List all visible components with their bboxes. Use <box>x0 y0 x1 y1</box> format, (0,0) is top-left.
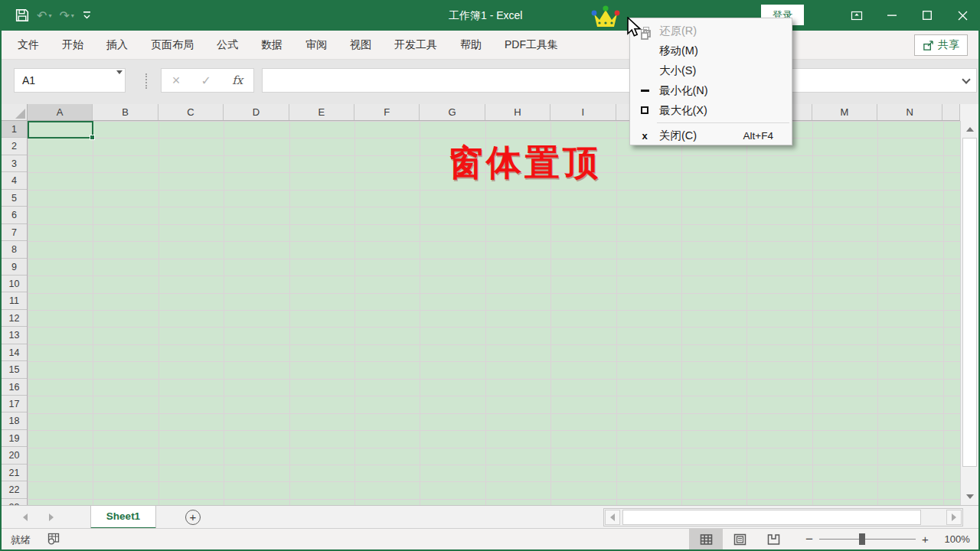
row-header[interactable]: 20 <box>2 447 27 464</box>
add-sheet-button[interactable]: + <box>185 510 201 525</box>
redo-button[interactable]: ↷▾ <box>59 8 74 23</box>
name-box-dropdown-icon[interactable] <box>116 70 122 74</box>
ribbon-tab[interactable]: 视图 <box>338 31 383 59</box>
menu-item-close[interactable]: x 关闭(C) Alt+F4 <box>630 126 792 145</box>
confirm-entry-icon[interactable]: ✓ <box>201 73 211 88</box>
scroll-up-arrow[interactable] <box>962 122 978 136</box>
row-header[interactable]: 12 <box>2 310 27 327</box>
row-header[interactable]: 3 <box>2 155 27 172</box>
row-header[interactable]: 6 <box>2 207 27 223</box>
column-header[interactable]: D <box>224 104 289 120</box>
zoom-slider-thumb[interactable] <box>859 533 865 545</box>
ribbon-tab[interactable]: 开发工具 <box>383 31 449 59</box>
row-header[interactable]: 18 <box>2 412 27 429</box>
ribbon-tab[interactable]: 插入 <box>95 31 139 59</box>
undo-button[interactable]: ↶▾ <box>37 8 51 23</box>
row-header[interactable]: 13 <box>2 327 27 344</box>
cancel-entry-icon[interactable]: × <box>172 73 181 89</box>
column-header[interactable]: M <box>812 104 877 120</box>
row-header[interactable]: 17 <box>2 396 27 412</box>
column-header[interactable]: E <box>289 104 354 120</box>
column-header[interactable]: B <box>93 104 158 120</box>
ribbon-tab[interactable]: 文件 <box>6 31 51 59</box>
ribbon-tab[interactable]: 开始 <box>51 31 95 59</box>
zoom-out-button[interactable]: − <box>799 532 819 547</box>
vertical-scrollbar[interactable] <box>960 121 978 505</box>
maximize-button[interactable] <box>910 0 945 31</box>
ribbon-display-options-button[interactable] <box>839 0 874 31</box>
scroll-right-arrow[interactable] <box>946 510 962 525</box>
scroll-left-arrow[interactable] <box>605 510 620 525</box>
save-icon[interactable] <box>15 8 29 22</box>
sheet-tab-sheet1[interactable]: Sheet1 <box>90 506 156 529</box>
ribbon-tab[interactable]: 公式 <box>205 31 250 59</box>
insert-function-icon[interactable]: fx <box>232 73 243 87</box>
formula-input[interactable] <box>262 68 977 93</box>
fill-handle[interactable] <box>90 135 95 140</box>
menu-item-size[interactable]: 大小(S) <box>630 60 792 80</box>
ribbon-tab[interactable]: 审阅 <box>294 31 338 59</box>
close-button[interactable] <box>945 0 980 31</box>
row-header[interactable]: 9 <box>2 259 27 276</box>
zoom-in-button[interactable]: + <box>916 533 935 546</box>
column-header[interactable]: G <box>420 104 485 120</box>
column-header[interactable]: F <box>354 104 420 120</box>
maximize-icon <box>630 106 659 114</box>
row-header[interactable]: 15 <box>2 361 27 378</box>
row-header[interactable]: 22 <box>2 481 27 498</box>
row-header[interactable]: 10 <box>2 276 27 292</box>
row-header[interactable]: 21 <box>2 465 27 481</box>
ribbon-tab[interactable]: PDF工具集 <box>493 31 570 59</box>
page-layout-view-button[interactable] <box>723 529 756 549</box>
normal-view-button[interactable] <box>689 529 723 549</box>
row-header[interactable]: 8 <box>2 241 27 258</box>
menu-item-move[interactable]: 移动(M) <box>630 41 792 60</box>
row-header[interactable]: 16 <box>2 379 27 396</box>
zoom-slider[interactable] <box>819 539 916 540</box>
column-header[interactable]: H <box>485 104 550 120</box>
column-header-partial[interactable] <box>942 104 960 120</box>
ribbon-tab[interactable]: 数据 <box>250 31 294 59</box>
menu-item-maximize[interactable]: 最大化(X) <box>630 100 792 120</box>
name-box[interactable]: A1 <box>14 68 126 93</box>
page-break-preview-button[interactable] <box>756 529 790 549</box>
undo-dropdown-icon[interactable]: ▾ <box>48 12 51 19</box>
sheet-nav-next-button[interactable] <box>49 514 54 521</box>
column-header[interactable]: A <box>28 104 93 120</box>
column-header[interactable]: N <box>877 104 942 120</box>
menu-shortcut: Alt+F4 <box>743 130 792 142</box>
redo-dropdown-icon[interactable]: ▾ <box>71 12 74 19</box>
row-header[interactable]: 5 <box>2 190 27 207</box>
column-header[interactable]: C <box>158 104 224 120</box>
menu-item-restore: 还原(R) <box>630 21 792 41</box>
row-header[interactable]: 11 <box>2 292 27 309</box>
arrow-down-icon <box>966 494 974 499</box>
macro-record-icon[interactable] <box>47 533 60 547</box>
column-header[interactable]: I <box>550 104 616 120</box>
ribbon-tab[interactable]: 页面布局 <box>139 31 205 59</box>
row-header[interactable]: 2 <box>2 138 27 155</box>
crown-icon <box>588 3 623 34</box>
vertical-scroll-thumb[interactable] <box>962 138 977 467</box>
customize-qat-icon[interactable] <box>82 10 93 21</box>
sheet-nav-prev-button[interactable] <box>23 514 28 521</box>
share-button[interactable]: 共享 <box>914 34 968 56</box>
menu-item-minimize[interactable]: 最小化(N) <box>630 80 792 100</box>
system-context-menu: 还原(R) 移动(M) 大小(S) 最小化(N) 最大化(X) x 关闭(C) … <box>629 18 792 145</box>
title-bar: ↶▾ ↷▾ 工作簿1 - Excel 登录 <box>0 0 980 31</box>
row-header[interactable]: 19 <box>2 430 27 447</box>
select-all-corner[interactable] <box>2 104 28 121</box>
horizontal-scroll-thumb[interactable] <box>622 510 921 525</box>
horizontal-scrollbar[interactable] <box>603 508 963 527</box>
row-header[interactable]: 4 <box>2 172 27 189</box>
active-cell-A1[interactable] <box>28 121 93 139</box>
row-header[interactable]: 23 <box>2 499 27 505</box>
scroll-down-arrow[interactable] <box>962 490 978 504</box>
overlay-caption: 窗体置顶 <box>448 139 601 187</box>
row-header[interactable]: 1 <box>2 121 27 138</box>
minimize-button[interactable] <box>874 0 910 31</box>
row-header[interactable]: 14 <box>2 344 27 361</box>
row-header[interactable]: 7 <box>2 224 27 241</box>
zoom-level[interactable]: 100% <box>935 533 970 545</box>
ribbon-tab[interactable]: 帮助 <box>449 31 493 59</box>
